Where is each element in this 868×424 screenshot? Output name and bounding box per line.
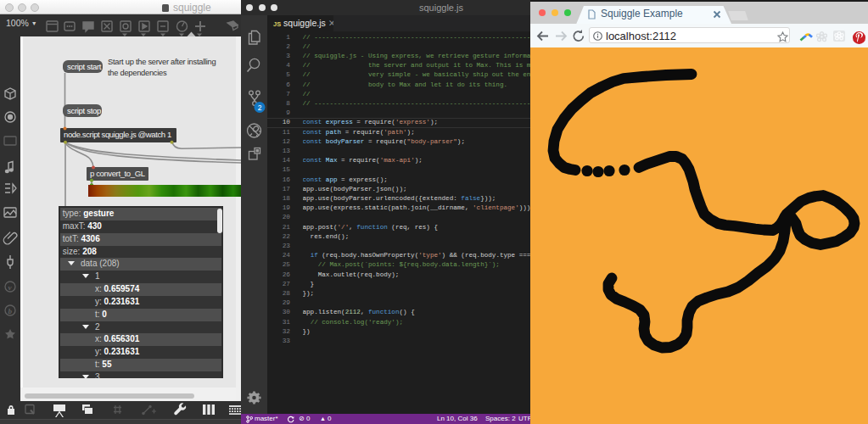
svg-text:b: b — [8, 307, 13, 315]
svg-text:2: 2 — [258, 103, 262, 112]
svg-text:v: v — [8, 283, 13, 292]
